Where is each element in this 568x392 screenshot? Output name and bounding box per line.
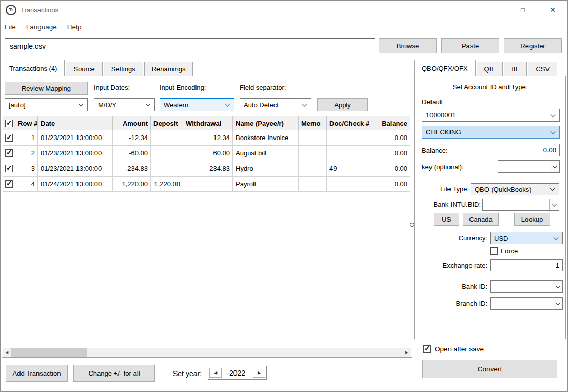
- tab-renamings[interactable]: Renamings: [144, 62, 193, 76]
- cell-memo[interactable]: [299, 177, 327, 192]
- cell-name[interactable]: Hydro: [233, 161, 299, 177]
- force-checkbox[interactable]: [490, 247, 498, 255]
- dropdown-button[interactable]: [550, 161, 559, 172]
- cell-date[interactable]: 01/23/2021 13:00:00: [38, 146, 113, 161]
- lookup-button[interactable]: Lookup: [514, 213, 550, 226]
- cell-row-num[interactable]: 4: [15, 177, 38, 192]
- year-value[interactable]: 2022: [223, 369, 252, 377]
- row-checkbox[interactable]: [5, 134, 13, 142]
- tab-iif[interactable]: IIF: [504, 62, 527, 76]
- cell-date[interactable]: 01/24/2021 13:00:00: [38, 177, 113, 192]
- us-button[interactable]: US: [434, 213, 459, 226]
- cell-deposit[interactable]: [151, 146, 183, 161]
- cell-balance[interactable]: 0.00: [376, 146, 410, 161]
- close-button[interactable]: ✕: [538, 1, 567, 19]
- cell-name[interactable]: Payroll: [233, 177, 299, 192]
- browse-button[interactable]: Browse: [379, 38, 437, 53]
- col-header-row-num[interactable]: Row #: [15, 116, 38, 130]
- key-select[interactable]: [498, 160, 560, 173]
- dropdown-button[interactable]: [549, 199, 559, 210]
- tab-csv[interactable]: CSV: [528, 62, 557, 76]
- intu-bid-select[interactable]: [482, 199, 559, 211]
- cell-withdrawal[interactable]: 234.83: [183, 161, 233, 177]
- cell-balance[interactable]: 0.00: [376, 161, 410, 177]
- canada-button[interactable]: Canada: [463, 213, 499, 226]
- cell-name[interactable]: August bill: [233, 146, 299, 161]
- maximize-button[interactable]: □: [508, 1, 538, 19]
- account-id-select[interactable]: 10000001: [422, 109, 560, 122]
- cell-balance[interactable]: 0.00: [376, 130, 410, 146]
- tab-source[interactable]: Source: [66, 62, 102, 76]
- change-sign-button[interactable]: Change +/- for all: [73, 365, 155, 382]
- menu-file[interactable]: File: [5, 23, 16, 31]
- field-separator-select[interactable]: Auto Detect: [240, 98, 311, 111]
- filename-input[interactable]: [5, 38, 375, 53]
- currency-select[interactable]: USD: [490, 232, 563, 244]
- row-checkbox[interactable]: [5, 165, 13, 172]
- cell-doc-check[interactable]: 49: [327, 161, 376, 177]
- scroll-left-icon[interactable]: ◂: [3, 348, 11, 357]
- cell-deposit[interactable]: [151, 130, 183, 146]
- cell-amount[interactable]: -12.34: [113, 130, 151, 146]
- mapping-select[interactable]: [auto]: [5, 98, 88, 111]
- open-after-save-checkbox[interactable]: [423, 345, 431, 353]
- col-header-doc-check[interactable]: Doc/Check #: [327, 116, 376, 130]
- minimize-button[interactable]: —: [478, 1, 508, 19]
- dropdown-button[interactable]: [553, 281, 562, 292]
- cell-deposit[interactable]: 1,220.00: [151, 177, 183, 192]
- exchange-rate-input[interactable]: [490, 259, 563, 271]
- year-increment-button[interactable]: ▶: [253, 368, 265, 378]
- col-header-date[interactable]: Date: [38, 116, 113, 130]
- cell-row-num[interactable]: 1: [15, 130, 38, 146]
- splitter-grip[interactable]: [410, 223, 414, 227]
- col-header-memo[interactable]: Memo: [299, 116, 327, 130]
- cell-doc-check[interactable]: [327, 130, 376, 146]
- cell-amount[interactable]: 1,220.00: [113, 177, 151, 192]
- col-header-amount[interactable]: Amount: [113, 116, 151, 130]
- cell-memo[interactable]: [299, 146, 327, 161]
- cell-withdrawal[interactable]: 12.34: [183, 130, 233, 146]
- cell-memo[interactable]: [299, 130, 327, 146]
- review-mapping-button[interactable]: Review Mapping: [5, 82, 88, 95]
- row-checkbox[interactable]: [5, 180, 13, 188]
- cell-doc-check[interactable]: [327, 146, 376, 161]
- cell-amount[interactable]: -60.00: [113, 146, 151, 161]
- col-header-withdrawal[interactable]: Withdrawal: [183, 116, 233, 130]
- input-dates-select[interactable]: M/D/Y: [94, 98, 155, 111]
- dropdown-button[interactable]: [553, 298, 562, 309]
- cell-withdrawal[interactable]: [183, 177, 233, 192]
- cell-name[interactable]: Bookstore Invoice: [233, 130, 299, 146]
- tab-qbo-qfx-ofx[interactable]: QBO/QFX/OFX: [414, 60, 476, 76]
- paste-button[interactable]: Paste: [441, 38, 499, 53]
- cell-doc-check[interactable]: [327, 177, 376, 192]
- col-header-deposit[interactable]: Deposit: [151, 116, 183, 130]
- branch-id-select[interactable]: [490, 297, 563, 310]
- scroll-right-icon[interactable]: ▸: [402, 348, 411, 357]
- cell-amount[interactable]: -234.83: [113, 161, 151, 177]
- cell-withdrawal[interactable]: 60.00: [183, 146, 233, 161]
- input-encoding-select[interactable]: Western: [160, 98, 234, 111]
- cell-row-num[interactable]: 3: [15, 161, 38, 177]
- select-all-checkbox[interactable]: [5, 120, 13, 127]
- cell-deposit[interactable]: [151, 161, 183, 177]
- file-type-select[interactable]: QBO (QuickBooks): [471, 183, 559, 195]
- add-transaction-button[interactable]: Add Transaction: [6, 365, 68, 382]
- scrollbar-thumb[interactable]: [11, 348, 87, 357]
- menu-help[interactable]: Help: [67, 23, 82, 31]
- row-checkbox[interactable]: [5, 149, 13, 157]
- tab-transactions[interactable]: Transactions (4): [2, 60, 65, 76]
- register-button[interactable]: Register: [504, 38, 562, 53]
- col-header-balance[interactable]: Balance: [376, 116, 410, 130]
- tab-qif[interactable]: QIF: [477, 62, 503, 76]
- col-header-name[interactable]: Name (Payee/r): [233, 116, 299, 130]
- apply-button[interactable]: Apply: [317, 98, 368, 111]
- cell-date[interactable]: 01/23/2021 13:00:00: [38, 130, 113, 146]
- cell-memo[interactable]: [299, 161, 327, 177]
- convert-button[interactable]: Convert: [422, 360, 557, 378]
- year-decrement-button[interactable]: ◀: [209, 368, 222, 378]
- horizontal-scrollbar[interactable]: ◂ ▸: [3, 348, 411, 357]
- balance-input[interactable]: [498, 144, 560, 156]
- cell-date[interactable]: 01/23/2021 13:00:00: [38, 161, 113, 177]
- bank-id-select[interactable]: [490, 280, 563, 293]
- account-type-select[interactable]: CHECKING: [422, 126, 560, 139]
